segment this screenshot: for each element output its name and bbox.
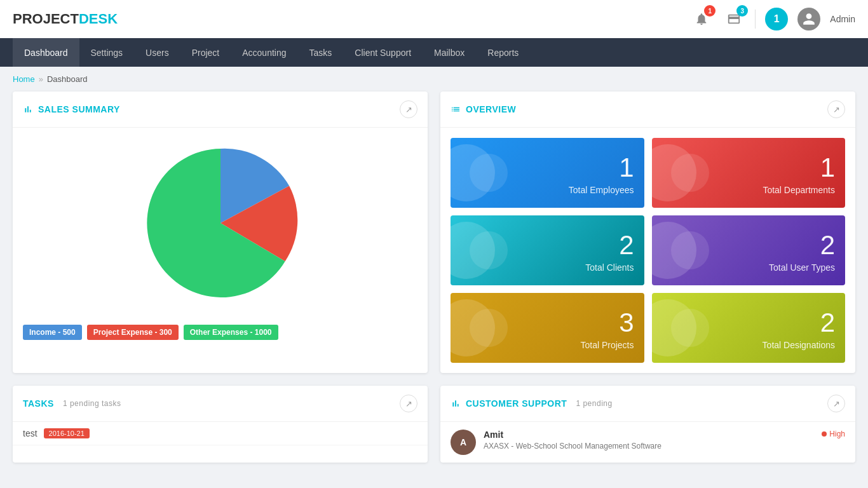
nav-users[interactable]: Users [134,38,180,67]
tasks-pending-count: 1 pending tasks [63,399,121,408]
nav-accounting[interactable]: Accounting [231,38,297,67]
topbar-right: 1 3 1 Admin [690,8,855,30]
username-label: Admin [830,14,855,24]
employees-label: Total Employees [569,185,634,195]
designations-number: 2 [820,309,835,336]
pie-chart [138,140,303,306]
notification-card-button[interactable]: 3 [722,8,745,30]
support-row: A Amit AXASX - Web-School School Managem… [440,422,855,463]
priority-dot [822,431,827,437]
pie-chart-container [13,128,428,318]
pie-legend: Income - 500 Project Expense - 300 Other… [13,318,428,350]
breadcrumb-home[interactable]: Home [13,74,35,84]
sales-summary-title: SALES SUMMARY [23,104,120,114]
logo-desk: DESK [79,11,118,27]
usertypes-number: 2 [820,232,835,259]
topbar: PROJECTDESK 1 3 1 Admin [0,0,868,38]
legend-income[interactable]: Income - 500 [23,325,82,340]
tasks-card: TASKS 1 pending tasks ↗ test 2016-10-21 [13,386,428,463]
support-expand-button[interactable]: ↗ [827,395,845,412]
support-pending-label: 1 pending [576,399,612,408]
breadcrumb: Home » Dashboard [0,67,868,92]
avatar [797,8,820,30]
stat-bg-circle-10 [470,309,508,347]
main-content: SALES SUMMARY ↗ Income - 500 Project Exp… [0,92,868,475]
notification-bell-button[interactable]: 1 [690,8,713,30]
chart-icon [23,104,33,114]
customer-support-title: CUSTOMER SUPPORT 1 pending [451,398,613,409]
clients-number: 2 [619,232,634,259]
breadcrumb-separator: » [39,74,43,84]
clients-label: Total Clients [585,262,634,273]
tasks-expand-button[interactable]: ↗ [400,395,417,412]
support-chart-icon [451,398,461,409]
customer-support-header: CUSTOMER SUPPORT 1 pending ↗ [440,386,855,422]
overview-title: OVERVIEW [451,104,516,114]
overview-expand-button[interactable]: ↗ [827,100,845,118]
support-list: A Amit AXASX - Web-School School Managem… [440,422,855,463]
stat-bg-circle-2 [470,154,508,192]
stat-card-employees[interactable]: 1 Total Employees [451,138,644,208]
stat-card-clients[interactable]: 2 Total Clients [451,215,644,285]
stat-card-usertypes[interactable]: 2 Total User Types [652,215,846,285]
departments-number: 1 [820,154,835,181]
nav-client-support[interactable]: Client Support [343,38,423,67]
task-name: test [23,428,37,438]
stat-bg-circle-4 [671,154,709,192]
logo: PROJECTDESK [13,11,118,27]
nav-tasks[interactable]: Tasks [298,38,344,67]
main-nav: Dashboard Settings Users Project Account… [0,38,868,67]
card-badge: 3 [736,5,748,17]
stat-bg-circle-8 [671,231,709,269]
legend-project-expense[interactable]: Project Expense - 300 [87,325,179,340]
nav-dashboard[interactable]: Dashboard [13,38,79,67]
designations-label: Total Designations [763,340,835,350]
task-date: 2016-10-21 [44,428,90,438]
user-count-circle: 1 [765,8,788,30]
nav-project[interactable]: Project [180,38,231,67]
person-icon [802,12,816,26]
support-info: Amit AXASX - Web-School School Managemen… [484,430,814,451]
task-row: test 2016-10-21 [13,422,428,445]
stat-card-designations[interactable]: 2 Total Designations [652,293,846,363]
tasks-header: TASKS 1 pending tasks ↗ [13,386,428,422]
projects-label: Total Projects [580,340,634,350]
support-description: AXASX - Web-School School Management Sof… [484,442,814,451]
stat-bg-circle-6 [470,231,508,269]
sales-summary-header: SALES SUMMARY ↗ [13,92,428,128]
tasks-list: test 2016-10-21 [13,422,428,445]
support-name: Amit [484,430,814,440]
bell-badge: 1 [704,5,715,17]
support-priority: High [822,430,845,438]
usertypes-label: Total User Types [769,262,835,273]
nav-settings[interactable]: Settings [79,38,135,67]
support-avatar: A [451,430,476,455]
breadcrumb-current: Dashboard [47,74,88,84]
overview-header: OVERVIEW ↗ [440,92,855,128]
employees-number: 1 [619,154,634,181]
overview-grid: 1 Total Employees 1 Total Departments 2 … [440,128,855,373]
nav-mailbox[interactable]: Mailbox [423,38,476,67]
topbar-divider [755,10,756,29]
list-icon [451,104,461,114]
stat-card-departments[interactable]: 1 Total Departments [652,138,846,208]
sales-summary-card: SALES SUMMARY ↗ Income - 500 Project Exp… [13,92,428,373]
projects-number: 3 [619,309,634,336]
overview-card: OVERVIEW ↗ 1 Total Employees 1 Total Dep… [440,92,855,373]
logo-project: PROJECT [13,11,79,27]
stat-card-projects[interactable]: 3 Total Projects [451,293,644,363]
tasks-title: TASKS 1 pending tasks [23,398,121,409]
sales-summary-expand-button[interactable]: ↗ [400,100,417,118]
stat-bg-circle-12 [671,309,709,347]
customer-support-card: CUSTOMER SUPPORT 1 pending ↗ A Amit AXAS… [440,386,855,463]
nav-reports[interactable]: Reports [476,38,530,67]
legend-other-expenses[interactable]: Other Expenses - 1000 [184,325,278,340]
departments-label: Total Departments [763,185,835,195]
